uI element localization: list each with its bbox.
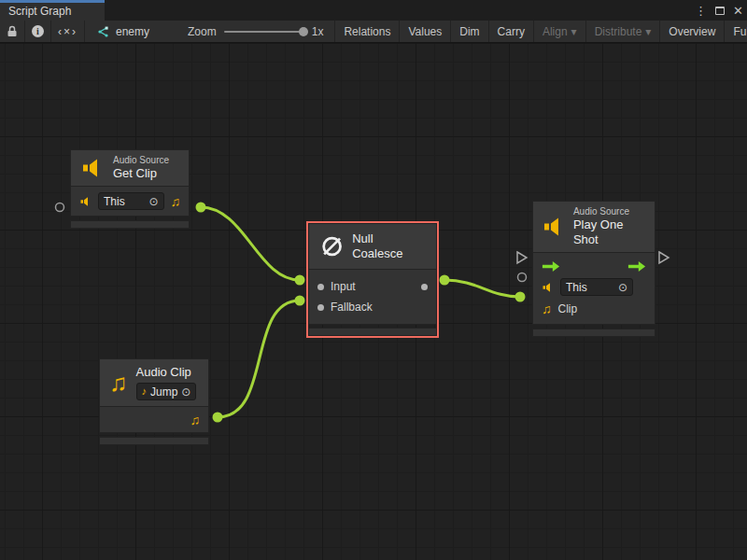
audio-source-icon (80, 157, 105, 179)
tab-script-graph[interactable]: Script Graph (0, 0, 105, 21)
audio-clip-value: Jump (150, 385, 177, 399)
info-icon: i (32, 25, 44, 37)
port-null-input-ext[interactable] (295, 275, 305, 286)
audio-clip-input-icon: ♫ (542, 302, 552, 315)
port-playoneshot-flow-out[interactable] (659, 252, 669, 263)
zoom-label: Zoom (188, 25, 217, 38)
eighth-note-icon: ♪ (142, 386, 148, 397)
values-button[interactable]: Values (400, 21, 451, 42)
chevron-down-icon: ▾ (571, 25, 577, 38)
wire-getclip-to-input[interactable] (201, 207, 300, 280)
port-fallback[interactable] (317, 304, 324, 311)
port-playoneshot-this-ext[interactable] (518, 273, 527, 282)
carry-button[interactable]: Carry (489, 21, 534, 42)
graph-canvas[interactable]: Audio Source Get Clip This ⊙ ♫ (0, 43, 747, 560)
distribute-button[interactable]: Distribute ▾ (586, 21, 661, 42)
chevron-down-icon: ▾ (645, 25, 651, 38)
node-footer (70, 220, 190, 229)
node-title: Get Clip (113, 166, 169, 181)
distribute-label: Distribute (595, 25, 642, 38)
port-output[interactable] (421, 284, 428, 290)
toolbar-main: enemy Zoom 1x (85, 21, 335, 42)
node-header: Audio Source Play One Shot (532, 201, 655, 253)
align-button[interactable]: Align ▾ (534, 21, 586, 42)
port-getclip-this-ext[interactable] (56, 203, 64, 212)
this-field[interactable]: This ⊙ (560, 278, 633, 296)
flow-in-arrow-icon[interactable] (542, 260, 560, 273)
node-header: ♫ Audio Clip ♪ Jump ⊙ (99, 358, 209, 407)
node-body: This ⊙ ♫ (70, 187, 190, 217)
graph-name-label: enemy (116, 25, 149, 38)
menu-icon[interactable]: ⋮ (695, 5, 707, 17)
port-input[interactable] (317, 284, 324, 290)
lock-icon (7, 25, 18, 37)
port-playoneshot-clip-ext[interactable] (515, 292, 526, 302)
align-label: Align (543, 25, 568, 38)
code-icon: ‹×› (58, 25, 78, 38)
node-null-coalesce[interactable]: Null Coalesce Input Fallback (308, 223, 437, 336)
object-picker-icon[interactable]: ⊙ (181, 386, 190, 398)
fallback-port-label: Fallback (331, 301, 373, 314)
object-picker-icon[interactable]: ⊙ (148, 196, 158, 207)
port-getclip-output[interactable] (196, 203, 206, 213)
node-body: Input Fallback (308, 270, 437, 325)
audio-source-icon (542, 282, 554, 293)
node-title: Null Coalesce (352, 231, 425, 261)
node-subtitle: Audio Source (113, 155, 169, 166)
input-port-label: Input (331, 280, 356, 293)
node-header: Audio Source Get Clip (70, 149, 190, 187)
port-null-output-ext[interactable] (440, 275, 450, 286)
node-subtitle: Audio Source (573, 206, 645, 217)
window-controls: ⋮ ✕ (695, 0, 743, 21)
overview-button[interactable]: Overview (660, 21, 725, 42)
node-footer (99, 437, 209, 445)
code-view-button[interactable]: ‹×› (51, 21, 85, 42)
null-coalesce-icon (320, 234, 344, 259)
clip-port-label: Clip (558, 302, 578, 315)
this-field[interactable]: This ⊙ (98, 192, 164, 210)
audio-clip-output-icon: ♫ (190, 413, 201, 427)
port-audioclip-output[interactable] (213, 413, 223, 423)
audio-clip-field[interactable]: ♪ Jump ⊙ (136, 383, 197, 400)
maximize-icon[interactable] (715, 7, 725, 15)
node-footer (532, 329, 655, 337)
lock-button[interactable] (0, 21, 25, 42)
title-bar: Script Graph ⋮ ✕ (0, 0, 747, 21)
node-play-one-shot[interactable]: Audio Source Play One Shot This (532, 201, 655, 337)
zoom-slider-handle[interactable] (299, 27, 308, 36)
node-title: Audio Clip (136, 365, 197, 380)
zoom-value: 1x (312, 25, 324, 38)
close-icon[interactable]: ✕ (733, 5, 743, 17)
this-value: This (104, 195, 125, 208)
node-footer (308, 328, 437, 336)
relations-button[interactable]: Relations (335, 21, 400, 42)
this-value: This (566, 281, 587, 294)
full-screen-button[interactable]: Full Screen (725, 21, 747, 42)
audio-source-icon (79, 196, 92, 207)
toolbar: i ‹×› enemy Zoom 1x Relations Values Dim… (0, 21, 747, 43)
flow-out-arrow-icon[interactable] (627, 260, 646, 273)
audio-clip-output-icon: ♫ (171, 195, 181, 208)
audio-clip-icon: ♫ (109, 371, 128, 395)
node-header: Null Coalesce (308, 223, 437, 270)
zoom-control: Zoom 1x (188, 25, 323, 38)
graph-icon (96, 25, 109, 38)
port-null-fallback-ext[interactable] (295, 296, 305, 306)
zoom-slider[interactable] (224, 31, 304, 33)
node-body: ♫ (99, 407, 209, 433)
node-get-clip[interactable]: Audio Source Get Clip This ⊙ ♫ (70, 149, 190, 229)
port-playoneshot-flow-in[interactable] (517, 252, 527, 263)
audio-source-icon (543, 216, 565, 238)
wire-null-to-clip[interactable] (444, 280, 520, 297)
node-title: Play One Shot (573, 217, 645, 247)
dim-button[interactable]: Dim (451, 21, 488, 42)
wire-audioclip-to-fallback[interactable] (218, 301, 300, 417)
node-body: This ⊙ ♫ Clip (532, 253, 655, 325)
info-button[interactable]: i (25, 21, 51, 42)
node-audio-clip[interactable]: ♫ Audio Clip ♪ Jump ⊙ ♫ (99, 358, 209, 445)
object-picker-icon[interactable]: ⊙ (618, 282, 627, 293)
